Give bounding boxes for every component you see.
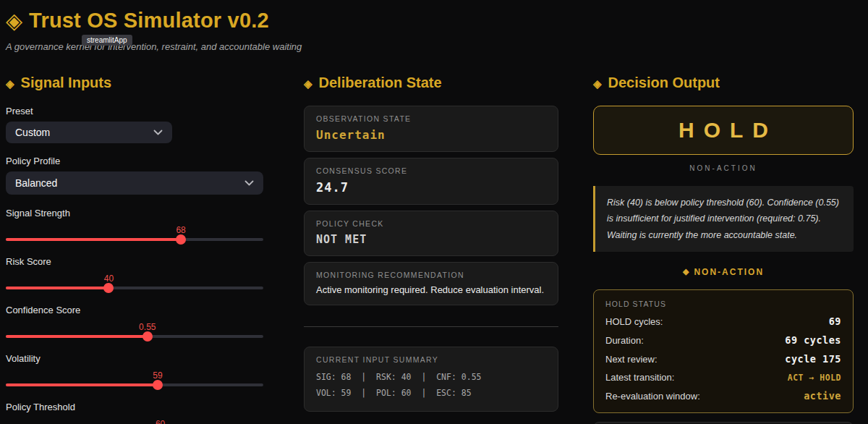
chevron-down-icon [244,180,254,186]
status-row-duration: Duration: 69 cycles [605,334,841,346]
hold-status-panel: HOLD STATUS HOLD cycles: 69 Duration: 69… [593,289,854,413]
slider-fill [6,287,109,289]
decision-heading-text: Decision Output [608,75,720,91]
policy-check-value: NOT MET [316,233,546,246]
slider-label: Volatility [6,353,263,364]
slider-fill [6,238,181,241]
consensus-score-card: CONSENSUS SCORE 24.7 [304,158,558,205]
app-subtitle: A governance kernel for intervention, re… [6,41,868,52]
hold-verdict-button[interactable]: HOLD [593,106,854,155]
status-row-value: active [804,390,841,402]
slider-thumb[interactable] [153,380,163,390]
consensus-score-value: 24.7 [316,180,546,195]
chevron-down-icon [153,130,163,135]
section-divider [304,326,558,327]
policy-check-card: POLICY CHECK NOT MET [304,211,558,256]
status-row-reevaluation-window: Re-evaluation window: active [605,390,841,402]
slider-label: Risk Score [6,256,263,267]
preset-selected-value: Custom [15,127,50,138]
slider-widget[interactable]: 0.55 [6,321,263,338]
preset-label: Preset [6,106,263,116]
slider-risk-score: Risk Score 40 [6,256,263,289]
policy-profile-select[interactable]: Balanced [6,171,263,195]
status-row-label: HOLD cycles: [605,316,663,327]
slider-label: Signal Strength [6,208,263,219]
card-label: MONITORING RECOMMENDATION [316,271,546,279]
policy-profile-label: Policy Profile [6,156,263,166]
slider-fill [6,383,158,386]
section-diamond-icon: ◈ [593,78,602,89]
card-label: CURRENT INPUT SUMMARY [316,355,546,364]
input-summary-line1: SIG: 68 | RSK: 40 | CNF: 0.55 [316,369,546,385]
status-row-hold-cycles: HOLD cycles: 69 [605,315,841,327]
status-row-value: 69 cycles [785,334,841,346]
card-label: POLICY CHECK [316,219,546,228]
status-row-value: ACT → HOLD [788,373,841,383]
slider-label: Policy Threshold [6,402,263,412]
slider-track[interactable] [6,238,263,241]
status-row-value: 69 [829,315,841,327]
verdict-subtitle: NON-ACTION [593,164,854,172]
policy-profile-selected-value: Balanced [15,177,57,189]
slider-confidence-score: Confidence Score 0.55 [6,305,263,338]
decision-explanation: Risk (40) is below policy threshold (60)… [593,186,854,252]
decision-heading: ◈ Decision Output [593,75,854,91]
slider-value: 0.55 [139,322,156,332]
status-row-label: Next review: [605,354,658,365]
decision-output-section: ◈ Decision Output HOLD NON-ACTION Risk (… [593,75,854,424]
deliberation-heading-text: Deliberation State [319,75,442,91]
signal-inputs-heading: ◈ Signal Inputs [6,75,263,91]
current-input-summary-card: CURRENT INPUT SUMMARY SIG: 68 | RSK: 40 … [304,347,558,412]
section-diamond-icon: ◈ [6,78,14,89]
card-label: CONSENSUS SCORE [316,166,546,175]
card-label: OBSERVATION STATE [316,114,546,123]
slider-thumb[interactable] [142,331,153,342]
slider-value: 68 [176,225,185,235]
deliberation-heading: ◈ Deliberation State [304,75,558,91]
slider-widget[interactable]: 68 [6,224,263,241]
input-summary-line2: VOL: 59 | POL: 60 | ESC: 85 [316,385,546,401]
status-row-label: Re-evaluation window: [605,391,700,402]
streamlit-app-badge: streamlitApp [82,35,132,46]
observation-state-card: OBSERVATION STATE Uncertain [304,106,558,152]
status-row-next-review: Next review: cycle 175 [605,353,841,365]
hold-status-title: HOLD STATUS [605,300,841,308]
observation-state-value: Uncertain [316,128,546,142]
slider-fill [6,335,148,338]
signal-inputs-section: ◈ Signal Inputs Preset Custom Policy Pro… [6,75,263,424]
slider-track[interactable] [6,335,263,338]
nonaction-status-label: ◆ NON-ACTION [593,267,854,277]
slider-label: Confidence Score [6,305,263,315]
slider-value: 60 [156,419,165,424]
slider-widget[interactable]: 60 [6,417,263,424]
slider-thumb[interactable] [176,234,186,245]
slider-widget[interactable]: 40 [6,272,263,289]
status-row-label: Duration: [605,335,644,346]
app-logo-diamond-icon: ◈ [6,10,22,32]
slider-policy-threshold: Policy Threshold 60 [6,402,263,424]
main-content: ◈ Signal Inputs Preset Custom Policy Pro… [0,75,868,424]
slider-widget[interactable]: 59 [6,369,263,386]
slider-value: 59 [153,370,162,381]
monitoring-recommendation-value: Active monitoring required. Reduce evalu… [316,284,546,295]
slider-value: 40 [104,274,114,284]
preset-select[interactable]: Custom [6,122,172,143]
title-row: ◈ Trust OS Simulator v0.2 [6,9,868,33]
status-row-value: cycle 175 [785,353,841,365]
status-row-latest-transition: Latest transition: ACT → HOLD [605,372,841,383]
slider-track[interactable] [6,287,263,289]
app-header: ◈ Trust OS Simulator v0.2 streamlitApp A… [0,0,868,52]
status-row-label: Latest transition: [605,372,674,383]
deliberation-state-section: ◈ Deliberation State OBSERVATION STATE U… [304,75,558,424]
app-title: Trust OS Simulator v0.2 [29,9,269,33]
section-diamond-icon: ◈ [304,78,312,89]
slider-volatility: Volatility 59 [6,353,263,386]
slider-thumb[interactable] [103,283,114,293]
slider-signal-strength: Signal Strength 68 [6,208,263,241]
signal-inputs-heading-text: Signal Inputs [21,75,112,91]
filled-diamond-icon: ◆ [683,267,689,276]
monitoring-recommendation-card: MONITORING RECOMMENDATION Active monitor… [304,262,558,305]
slider-track[interactable] [6,383,263,386]
nonaction-status-text: NON-ACTION [694,267,764,277]
